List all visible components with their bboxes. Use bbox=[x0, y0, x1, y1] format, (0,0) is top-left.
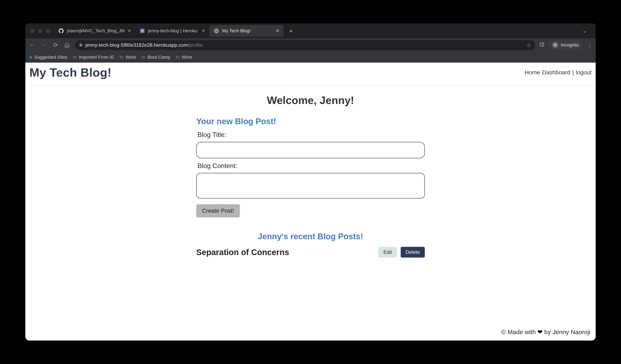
address-bar[interactable]: jenny-tech-blog-5f80e3182e28.herokuapp.c… bbox=[75, 40, 535, 50]
tab-tech-blog[interactable]: My Tech Blog! ✕ bbox=[209, 25, 284, 37]
site-title: My Tech Blog! bbox=[29, 66, 112, 79]
footer-prefix: © Made with bbox=[501, 329, 538, 335]
bookmark-label: Work bbox=[126, 54, 136, 60]
browser-toolbar: ← → ⟳ jenny-tech-blog-5f80e3182e28.herok… bbox=[25, 38, 596, 52]
main: Welcome, Jenny! Your new Blog Post! Blog… bbox=[196, 94, 425, 258]
folder-icon: 🗀 bbox=[176, 55, 180, 59]
folder-icon: 🗀 bbox=[120, 55, 123, 59]
bookmarks-bar: b Suggested Sites 🗀 Imported From IE 🗀 W… bbox=[25, 52, 596, 63]
url-text: jenny-tech-blog-5f80e3182e28.herokuapp.c… bbox=[86, 42, 524, 48]
incognito-badge[interactable]: Incognito bbox=[549, 40, 583, 50]
window-minimize-icon[interactable] bbox=[38, 29, 43, 33]
chevron-down-icon[interactable]: ⌄ bbox=[580, 28, 589, 34]
footer-suffix: by Jenny Naoroji bbox=[543, 329, 590, 335]
tab-strip-right: ⌄ bbox=[580, 28, 593, 34]
lock-icon bbox=[79, 43, 83, 48]
nav-dashboard-link[interactable]: Dashboard bbox=[542, 69, 570, 76]
edit-post-button[interactable]: Edit bbox=[379, 247, 397, 258]
welcome-heading: Welcome, Jenny! bbox=[196, 94, 425, 106]
recent-posts-heading: Jenny's recent Blog Posts! bbox=[196, 232, 425, 241]
nav-home-link[interactable]: Home bbox=[525, 69, 540, 76]
browser-window: jnaoroji/MVC_Tech_Blog_JN ✕ jenny-tech-b… bbox=[25, 23, 596, 341]
tab-strip: jnaoroji/MVC_Tech_Blog_JN ✕ jenny-tech-b… bbox=[25, 23, 596, 38]
blog-title-label: Blog Title: bbox=[197, 131, 425, 139]
heart-icon: ❤ bbox=[537, 329, 543, 335]
heroku-icon bbox=[139, 28, 145, 34]
bookmark-imported-from-ie[interactable]: 🗀 Imported From IE bbox=[73, 54, 114, 60]
bookmark-label: Imported From IE bbox=[79, 54, 114, 60]
tab-github[interactable]: jnaoroji/MVC_Tech_Blog_JN ✕ bbox=[54, 25, 135, 37]
globe-icon bbox=[213, 28, 219, 34]
tab-title: jenny-tech-blog | Heroku bbox=[148, 28, 199, 34]
close-icon[interactable]: ✕ bbox=[127, 28, 131, 34]
new-post-heading: Your new Blog Post! bbox=[196, 117, 425, 126]
site-footer: © Made with ❤ by Jenny Naoroji bbox=[25, 323, 596, 341]
incognito-label: Incognito bbox=[561, 42, 579, 48]
close-icon[interactable]: ✕ bbox=[276, 28, 279, 34]
create-post-button[interactable]: Create Post! bbox=[196, 204, 240, 217]
site-nav: Home Dashboard | logout bbox=[525, 69, 592, 76]
post-row: Separation of Concerns Edit Delete bbox=[196, 247, 425, 258]
back-button[interactable]: ← bbox=[29, 41, 36, 49]
bookmark-label: Suggested Sites bbox=[34, 54, 67, 60]
nav-logout-link[interactable]: logout bbox=[576, 69, 592, 76]
window-close-icon[interactable] bbox=[30, 29, 35, 33]
reload-button[interactable]: ⟳ bbox=[52, 41, 59, 49]
bookmark-wine[interactable]: 🗀 Wine bbox=[176, 54, 192, 60]
blog-title-input[interactable] bbox=[196, 142, 425, 158]
toolbar-right: Incognito ⋮ bbox=[539, 40, 592, 50]
github-icon bbox=[58, 28, 64, 34]
bookmark-suggested-sites[interactable]: b Suggested Sites bbox=[29, 54, 67, 60]
folder-icon: 🗀 bbox=[141, 55, 146, 59]
side-panel-icon[interactable] bbox=[539, 42, 544, 48]
bookmark-boot-camp[interactable]: 🗀 Boot Camp bbox=[141, 54, 170, 60]
bookmark-label: Boot Camp bbox=[148, 54, 170, 60]
new-tab-button[interactable]: ＋ bbox=[286, 26, 296, 36]
folder-icon: 🗀 bbox=[73, 55, 77, 59]
home-button[interactable] bbox=[63, 41, 71, 49]
delete-post-button[interactable]: Delete bbox=[401, 247, 425, 258]
site-header: My Tech Blog! Home Dashboard | logout bbox=[25, 63, 596, 86]
bookmark-star-icon[interactable]: ☆ bbox=[526, 42, 531, 48]
tab-heroku[interactable]: jenny-tech-blog | Heroku ✕ bbox=[135, 25, 209, 37]
bing-icon: b bbox=[29, 54, 32, 60]
blog-content-input[interactable] bbox=[196, 173, 425, 198]
incognito-icon bbox=[552, 42, 558, 48]
post-title: Separation of Concerns bbox=[196, 248, 375, 257]
window-zoom-icon[interactable] bbox=[46, 29, 51, 33]
close-icon[interactable]: ✕ bbox=[202, 28, 205, 34]
tab-title: jnaoroji/MVC_Tech_Blog_JN bbox=[67, 28, 125, 34]
page-content: My Tech Blog! Home Dashboard | logout We… bbox=[25, 63, 596, 341]
forward-button[interactable]: → bbox=[40, 41, 48, 49]
window-controls bbox=[28, 29, 54, 33]
bookmark-label: Wine bbox=[182, 54, 192, 60]
tab-title: My Tech Blog! bbox=[222, 28, 273, 34]
more-menu-icon[interactable]: ⋮ bbox=[587, 42, 592, 48]
blog-content-label: Blog Content: bbox=[197, 162, 425, 170]
bookmark-work[interactable]: 🗀 Work bbox=[120, 54, 136, 60]
nav-separator: | bbox=[572, 69, 574, 76]
svg-rect-2 bbox=[540, 43, 544, 46]
